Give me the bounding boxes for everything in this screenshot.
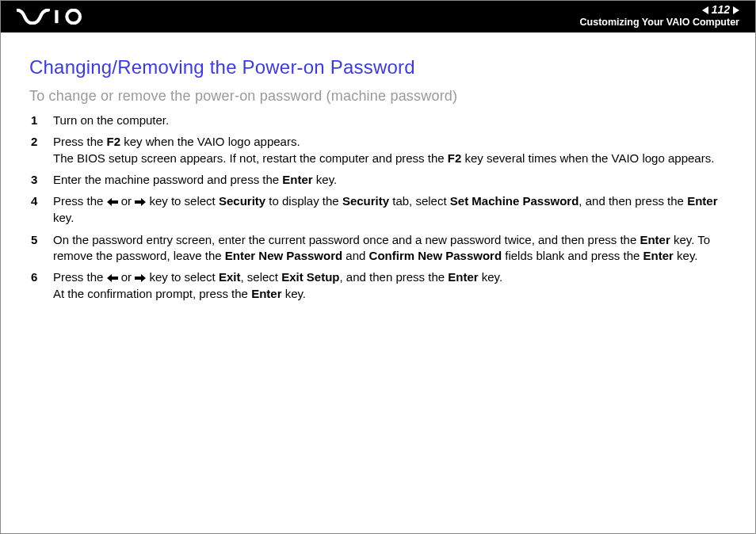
header-bar: 112 Customizing Your VAIO Computer (1, 1, 755, 32)
field-name: Enter New Password (225, 249, 342, 262)
key-name: F2 (107, 135, 121, 148)
key-name: Enter (643, 249, 674, 262)
step-text: key to select (146, 194, 219, 208)
breadcrumb: Customizing Your VAIO Computer (580, 17, 739, 29)
step-text: key when the VAIO logo appears. (120, 135, 300, 148)
svg-point-1 (67, 10, 80, 24)
step-text: tab, select (389, 194, 450, 208)
key-name: Enter (251, 287, 281, 300)
step-text: On the password entry screen, enter the … (53, 233, 640, 246)
step-text: Enter the machine password and press the (53, 173, 282, 186)
steps-list: Turn on the computer. Press the F2 key w… (29, 113, 730, 303)
step-text: Press the (53, 135, 107, 148)
key-name: Enter (448, 270, 478, 284)
step-text: , and then press the (578, 194, 687, 208)
svg-rect-0 (55, 10, 58, 24)
step-text: key. (53, 211, 74, 224)
tab-name: Security (342, 194, 389, 208)
key-name: Enter (687, 194, 717, 208)
step-2: Press the F2 key when the VAIO logo appe… (29, 134, 730, 166)
step-text: , and then press the (340, 270, 449, 284)
page-number: 112 (712, 4, 730, 16)
step-text: key to select (146, 270, 219, 284)
menu-name: Exit (219, 270, 241, 284)
option-name: Exit Setup (281, 270, 339, 284)
page-content: Changing/Removing the Power-on Password … (1, 32, 755, 303)
step-text: , select (240, 270, 281, 284)
field-name: Confirm New Password (369, 249, 502, 262)
vaio-logo (17, 1, 96, 32)
step-text: The BIOS setup screen appears. If not, r… (53, 151, 448, 165)
step-4: Press the or key to select Security to d… (29, 193, 730, 227)
step-text: key. (674, 249, 698, 262)
step-5: On the password entry screen, enter the … (29, 232, 730, 265)
page-title: Changing/Removing the Power-on Password (29, 56, 730, 78)
step-text: to display the (265, 194, 342, 208)
key-name: F2 (448, 151, 462, 165)
step-text: key. (313, 173, 338, 186)
option-name: Set Machine Password (450, 194, 579, 208)
step-text: or (118, 194, 136, 208)
step-text: or (118, 270, 136, 284)
menu-name: Security (219, 194, 265, 208)
step-text: Press the (53, 270, 107, 284)
key-name: Enter (640, 233, 670, 246)
step-1: Turn on the computer. (29, 113, 730, 128)
step-text: key several times when the VAIO logo app… (461, 151, 714, 165)
step-3: Enter the machine password and press the… (29, 172, 730, 188)
arrow-left-icon (107, 194, 118, 210)
step-text: key. (479, 270, 503, 284)
step-text: key. (281, 287, 306, 300)
prev-page-icon[interactable] (702, 6, 708, 14)
arrow-left-icon (107, 270, 118, 286)
next-page-icon[interactable] (733, 6, 739, 14)
arrow-right-icon (135, 270, 146, 286)
step-text: and (342, 249, 368, 262)
page-subtitle: To change or remove the power-on passwor… (29, 88, 730, 105)
step-6: Press the or key to select Exit, select … (29, 269, 730, 303)
arrow-right-icon (135, 194, 146, 210)
step-text: fields blank and press the (502, 249, 643, 262)
page-nav: 112 Customizing Your VAIO Computer (580, 1, 739, 29)
step-text: Turn on the computer. (53, 113, 169, 127)
step-text: At the confirmation prompt, press the (53, 287, 251, 300)
key-name: Enter (282, 173, 312, 186)
step-text: Press the (53, 194, 107, 208)
